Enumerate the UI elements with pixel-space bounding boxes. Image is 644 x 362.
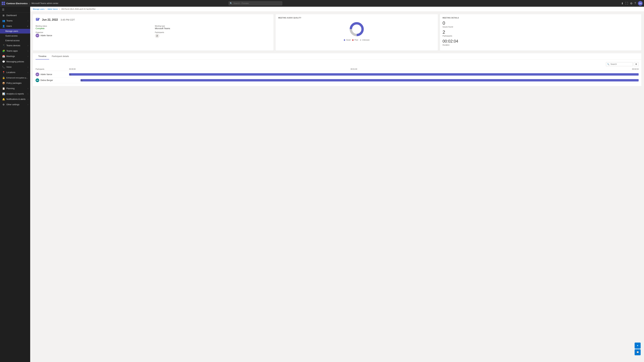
sidebar-item-enhanced-encryption[interactable]: 🔒 Enhanced encryption p... [0,75,30,80]
meeting-type-label: Meeting type [155,25,271,27]
ruler-times: 00:00:00 00:01:00 00:02:04 [69,68,639,70]
participant-avatar-sm: AV [36,72,39,76]
sidebar-item-users[interactable]: 👤 Users ∨ [0,23,30,29]
meeting-status-label: Meeting status [36,25,152,27]
breadcrumb-separator-2: \ [59,8,60,10]
timeline-search-input[interactable] [606,62,633,66]
sidebar-item-other-settings[interactable]: ⚙ Other settings › [0,102,30,107]
encryption-icon: 🔒 [2,76,5,79]
user-avatar[interactable]: CA [638,1,643,6]
sidebar-item-external-access[interactable]: External access [0,38,30,43]
sidebar-label-locations: Locations [6,71,26,73]
sidebar-label-dashboard: Dashboard [6,14,28,16]
duration-stat: 00:02:04 Duration [442,39,639,46]
sidebar-item-analytics-reports[interactable]: 📊 Analytics & reports › [0,91,30,96]
timeline-search-icon: 🔍 [607,63,610,65]
sidebar-item-planning[interactable]: 📋 Planning › [0,86,30,91]
sidebar-item-meetings[interactable]: 📅 Meetings › [0,54,30,59]
sidebar-label-enhanced-encryption: Enhanced encryption p... [6,77,28,79]
topbar-icons: ⬇ ⛶ ⚙ ? CA [621,1,643,6]
sidebar-item-teams-apps[interactable]: 🧩 Teams apps › [0,48,30,54]
topbar-search-input[interactable] [228,1,282,5]
issues-count: 0 [442,21,639,25]
duration-value: 00:02:04 [442,39,639,43]
details-participants-count: 2 [442,30,639,34]
meeting-header: Jun 22, 2022 3:45 PM CDT [36,17,271,23]
messaging-icon: 💬 [2,60,5,63]
svg-rect-6 [36,18,38,19]
timeline-bar[interactable]: 📞 [80,79,639,81]
participants-stat: 2 Participants [442,30,639,37]
breadcrumb-guid: 05576c42-08c5-4568-ab4f-917ab28ef05d [62,8,96,10]
sidebar-item-policy-packages[interactable]: 📦 Policy packages [0,80,30,86]
breadcrumb-manage-users[interactable]: Manage users [33,8,44,10]
svg-rect-3 [4,3,5,5]
meeting-icon [36,17,40,23]
settings-icon[interactable]: ⚙ [630,2,632,5]
sidebar-item-guest-access[interactable]: Guest access [0,33,30,38]
legend-unknown: Unknown [360,39,370,41]
meeting-details-card: MEETING DETAILS 0 Issues found 2 Partici… [440,14,641,51]
sidebar-label-teams: Teams [6,19,26,22]
bar-phone-icon: 📞 [81,80,83,81]
participant-rows: AVAdele Vance📞DBDebra Berger📞 [36,71,639,83]
chevron-right-6-icon: › [28,88,28,89]
sidebar-item-locations[interactable]: 📍 Locations › [0,70,30,75]
timeline-search-wrap: 🔍 [606,62,633,66]
sidebar-label-analytics-reports: Analytics & reports [6,93,26,95]
main-content: Manage users \ Adele Vance \ 05576c42-08… [30,7,644,362]
tabs: Timeline Participant details [33,53,641,59]
meeting-type-value: Microsoft Teams [155,27,271,30]
breadcrumb-separator-1: \ [46,8,47,10]
tab-participant-details[interactable]: Participant details [49,53,72,59]
legend-poor: Poor [352,39,358,41]
timeline-bar[interactable]: 📞 [69,73,639,76]
breadcrumb: Manage users \ Adele Vance \ 05576c42-08… [30,7,644,11]
issues-stat: 0 Issues found [442,21,639,28]
fullscreen-icon[interactable]: ⛶ [626,2,628,5]
sidebar-item-manage-users[interactable]: Manage users [0,29,30,33]
app-name: Microsoft Teams admin center [32,2,58,4]
donut-chart [278,21,435,37]
grid-icon [1,1,5,5]
chevron-right-9-icon: › [28,104,28,106]
sidebar-item-notifications-alerts[interactable]: 🔔 Notifications & alerts › [0,96,30,102]
sidebar-label-teams-apps: Teams apps [6,50,26,52]
organizer-name: Adele Vance [40,34,52,37]
teams-apps-icon: 🧩 [2,50,5,52]
download-icon[interactable]: ⬇ [621,2,623,5]
sidebar-item-messaging-policies[interactable]: 💬 Messaging policies [0,59,30,64]
timeline-settings-button[interactable]: ⚙ [634,62,639,66]
help-icon[interactable]: ? [634,2,636,5]
sidebar-item-teams[interactable]: 👥 Teams › [0,18,30,23]
svg-rect-2 [2,3,3,5]
breadcrumb-adele-vance[interactable]: Adele Vance [48,8,58,10]
cards-row: Jun 22, 2022 3:45 PM CDT Meeting status … [33,14,641,51]
timeline-toolbar: 🔍 ⚙ [36,62,639,66]
time-mid: 00:01:00 [351,68,357,70]
chevron-right-4-icon: › [28,66,28,68]
sidebar-label-messaging-policies: Messaging policies [6,60,28,63]
organizer-field: Organizer AV Adele Vance [36,31,152,38]
tab-timeline[interactable]: Timeline [36,53,49,59]
topbar-search-icon: 🔍 [230,2,232,4]
organizer-avatar: AV [36,34,39,37]
dashboard-icon: ⊞ [2,14,5,17]
teams-devices-icon: 📱 [2,44,5,47]
floating-chat-button[interactable]: ✦ [634,343,641,349]
sidebar-item-teams-devices[interactable]: 📱 Teams devices › [0,43,30,48]
analytics-icon: 📊 [2,92,5,95]
sidebar-item-dashboard[interactable]: ⊞ Dashboard [0,13,30,18]
sidebar-label-notifications-alerts: Notifications & alerts [6,98,26,100]
sidebar-label-manage-users: Manage users [5,30,28,32]
chevron-right-2-icon: › [28,50,28,52]
floating-buttons: ✦ 💬 [634,343,641,355]
sidebar-item-voice[interactable]: 📞 Voice › [0,64,30,70]
hamburger-icon: ☰ [2,8,4,11]
meeting-time: 3:45 PM CDT [60,18,75,21]
audio-quality-card: MEETING AUDIO QUALITY [276,14,438,51]
users-icon: 👤 [2,25,5,27]
floating-feedback-button[interactable]: 💬 [634,349,641,355]
sidebar-toggle[interactable]: ☰ [0,7,30,13]
organizer-label: Organizer [36,31,152,33]
